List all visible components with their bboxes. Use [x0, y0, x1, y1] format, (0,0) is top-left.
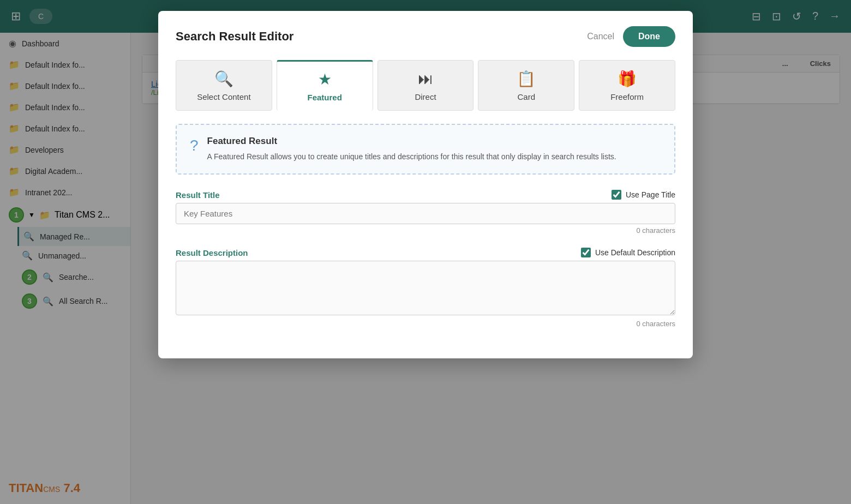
info-box-text: A Featured Result allows you to create u…	[207, 151, 616, 163]
freeform-tab-icon: 🎁	[618, 70, 637, 88]
result-title-header: Result Title Use Page Title	[176, 190, 675, 200]
result-title-field: Result Title Use Page Title 0 characters	[176, 190, 675, 235]
cancel-button[interactable]: Cancel	[587, 32, 614, 41]
tab-select-content[interactable]: 🔍 Select Content	[176, 60, 272, 111]
card-tab-icon: 📋	[517, 70, 536, 88]
result-title-label: Result Title	[176, 190, 220, 200]
result-description-label: Result Description	[176, 248, 248, 257]
info-box: ? Featured Result A Featured Result allo…	[176, 124, 675, 175]
result-description-char-count: 0 characters	[176, 320, 675, 328]
result-description-textarea[interactable]	[176, 261, 675, 315]
use-page-title-label: Use Page Title	[626, 190, 675, 199]
tab-card[interactable]: 📋 Card	[478, 60, 574, 111]
use-default-description-label: Use Default Description	[595, 248, 675, 257]
use-page-title-checkbox[interactable]	[612, 190, 621, 200]
info-icon: ?	[190, 137, 199, 154]
tab-freeform-label: Freeform	[610, 92, 644, 101]
info-box-title: Featured Result	[207, 136, 616, 147]
use-page-title-row: Use Page Title	[612, 190, 675, 200]
modal-title: Search Result Editor	[176, 29, 293, 44]
tab-direct-label: Direct	[415, 92, 436, 101]
result-title-input[interactable]	[176, 203, 675, 224]
tab-bar: 🔍 Select Content ★ Featured ⏭ Direct 📋 C…	[176, 60, 675, 111]
tab-direct[interactable]: ⏭ Direct	[377, 60, 474, 111]
direct-tab-icon: ⏭	[418, 70, 433, 88]
tab-card-label: Card	[518, 92, 536, 101]
result-description-field: Result Description Use Default Descripti…	[176, 248, 675, 328]
result-title-char-count: 0 characters	[176, 226, 675, 235]
use-default-description-row: Use Default Description	[581, 248, 675, 257]
done-button[interactable]: Done	[623, 26, 675, 47]
search-tab-icon: 🔍	[214, 70, 233, 88]
modal-header-actions: Cancel Done	[587, 26, 675, 47]
tab-featured-label: Featured	[308, 93, 342, 102]
tab-freeform[interactable]: 🎁 Freeform	[579, 60, 675, 111]
use-default-description-checkbox[interactable]	[581, 248, 591, 257]
search-result-editor-modal: Search Result Editor Cancel Done 🔍 Selec…	[158, 11, 693, 358]
star-tab-icon: ★	[318, 70, 332, 88]
tab-select-content-label: Select Content	[197, 92, 250, 101]
result-description-header: Result Description Use Default Descripti…	[176, 248, 675, 257]
modal-header: Search Result Editor Cancel Done	[176, 26, 675, 47]
tab-featured[interactable]: ★ Featured	[277, 60, 373, 111]
info-box-content: Featured Result A Featured Result allows…	[207, 136, 616, 163]
